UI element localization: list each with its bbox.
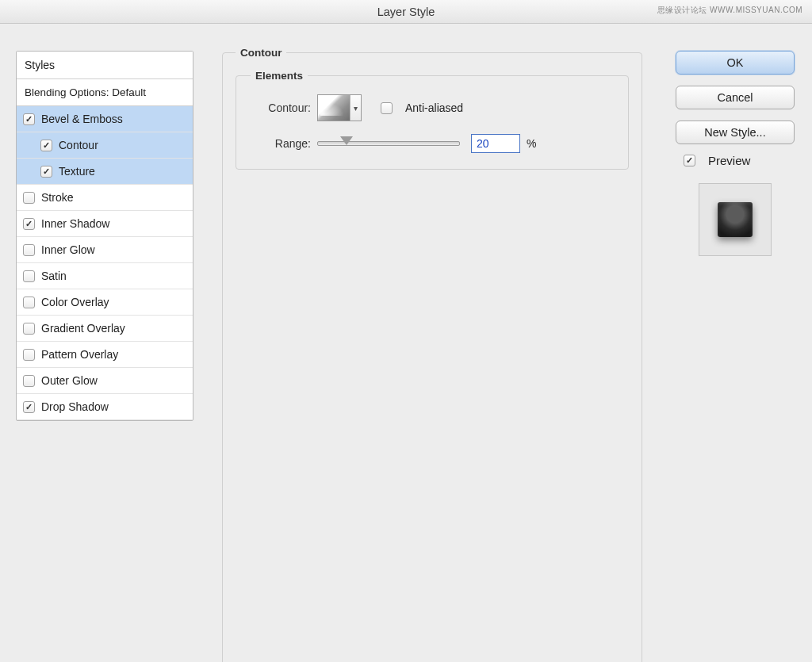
elements-group: Elements Contour: ▾ Anti-aliased Range: [236, 70, 629, 170]
contour-thumbnail [318, 95, 350, 121]
styles-list: Bevel & EmbossContourTextureStrokeInner … [17, 106, 193, 420]
style-checkbox[interactable] [23, 297, 35, 308]
new-style-button[interactable]: New Style... [676, 121, 795, 144]
elements-title: Elements [251, 70, 308, 82]
contour-section: Contour Elements Contour: ▾ Anti-aliased… [222, 47, 642, 662]
anti-aliased-wrap: Anti-aliased [381, 101, 463, 114]
anti-aliased-checkbox[interactable] [381, 102, 393, 114]
cancel-button[interactable]: Cancel [676, 86, 795, 109]
style-checkbox[interactable] [23, 218, 35, 230]
contour-section-title: Contour [236, 47, 286, 59]
style-row-bevel-emboss[interactable]: Bevel & Emboss [17, 106, 193, 132]
style-row-outer-glow[interactable]: Outer Glow [17, 368, 193, 394]
ok-button[interactable]: OK [676, 51, 795, 75]
range-slider[interactable] [317, 141, 460, 146]
blending-options-header[interactable]: Blending Options: Default [17, 79, 193, 106]
style-checkbox[interactable] [23, 323, 35, 335]
style-label: Texture [59, 165, 95, 178]
range-label: Range: [251, 137, 317, 150]
style-checkbox[interactable] [23, 401, 35, 413]
style-row-texture[interactable]: Texture [17, 159, 193, 185]
chevron-down-icon[interactable]: ▾ [350, 95, 361, 121]
anti-aliased-label: Anti-aliased [405, 101, 463, 114]
style-label: Satin [41, 270, 67, 282]
style-label: Inner Shadow [41, 217, 109, 230]
preview-swatch [699, 183, 772, 256]
preview-row: Preview [676, 154, 795, 167]
preview-thumbnail [718, 202, 753, 237]
range-slider-wrap: % [317, 134, 536, 153]
contour-picker[interactable]: ▾ [317, 94, 362, 121]
style-checkbox[interactable] [23, 349, 35, 361]
style-checkbox[interactable] [23, 375, 35, 387]
contour-label: Contour: [251, 101, 317, 114]
percent-symbol: % [527, 137, 536, 150]
style-label: Gradient Overlay [41, 322, 125, 335]
style-label: Stroke [41, 191, 73, 204]
preview-checkbox[interactable] [684, 155, 695, 166]
dialog-body: Styles Blending Options: Default Bevel &… [0, 24, 812, 662]
style-label: Pattern Overlay [41, 348, 118, 361]
styles-panel: Styles Blending Options: Default Bevel &… [16, 51, 193, 421]
style-label: Bevel & Emboss [41, 113, 123, 125]
contour-row: Contour: ▾ Anti-aliased [251, 94, 614, 121]
style-row-pattern-overlay[interactable]: Pattern Overlay [17, 342, 193, 368]
range-input[interactable] [471, 134, 520, 153]
style-row-stroke[interactable]: Stroke [17, 185, 193, 211]
style-checkbox[interactable] [40, 166, 52, 178]
watermark-text: 思缘设计论坛 WWW.MISSYUAN.COM [657, 5, 802, 16]
style-row-inner-shadow[interactable]: Inner Shadow [17, 211, 193, 237]
style-label: Contour [59, 139, 98, 151]
style-row-gradient-overlay[interactable]: Gradient Overlay [17, 316, 193, 342]
style-row-contour[interactable]: Contour [17, 132, 193, 159]
range-slider-thumb[interactable] [340, 136, 353, 145]
style-row-color-overlay[interactable]: Color Overlay [17, 289, 193, 316]
style-row-drop-shadow[interactable]: Drop Shadow [17, 394, 193, 420]
preview-label: Preview [708, 154, 750, 167]
actions-column: OK Cancel New Style... Preview [676, 51, 795, 256]
style-label: Inner Glow [41, 243, 95, 256]
range-row: Range: % [251, 134, 614, 153]
style-checkbox[interactable] [40, 140, 52, 151]
style-label: Drop Shadow [41, 400, 109, 413]
style-checkbox[interactable] [23, 192, 35, 204]
style-checkbox[interactable] [23, 270, 35, 282]
style-checkbox[interactable] [23, 244, 35, 256]
styles-header[interactable]: Styles [17, 52, 193, 79]
style-row-inner-glow[interactable]: Inner Glow [17, 237, 193, 263]
style-label: Color Overlay [41, 296, 109, 308]
style-checkbox[interactable] [23, 113, 35, 125]
style-row-satin[interactable]: Satin [17, 263, 193, 289]
window-title: Layer Style [377, 6, 435, 18]
style-label: Outer Glow [41, 374, 98, 387]
